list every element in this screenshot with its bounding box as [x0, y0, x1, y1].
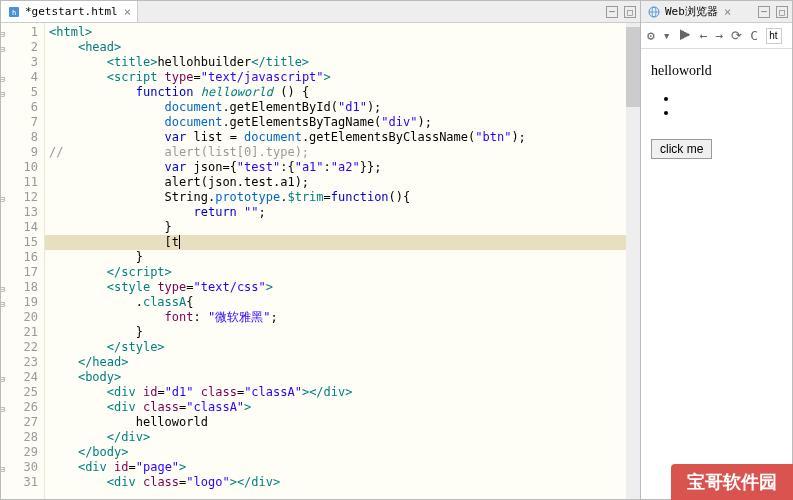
- code-line[interactable]: <div class="logo"></div>: [45, 475, 640, 490]
- editor-tab-bar: h *getstart.html × ─ □: [1, 1, 640, 23]
- code-line[interactable]: </script>: [45, 265, 640, 280]
- code-line[interactable]: return "";: [45, 205, 640, 220]
- forward-icon[interactable]: →: [715, 28, 723, 43]
- watermark: 宝哥软件园: [671, 464, 793, 500]
- line-number: 28: [1, 430, 38, 445]
- html-file-icon: h: [7, 5, 21, 19]
- code-line[interactable]: helloworld: [45, 415, 640, 430]
- code-line[interactable]: var json={"test":{"a1":"a2"}};: [45, 160, 640, 175]
- fold-icon[interactable]: ⊟: [1, 72, 5, 82]
- code-line[interactable]: </head>: [45, 355, 640, 370]
- minimize-icon[interactable]: ─: [606, 6, 618, 18]
- browser-minimize-icon[interactable]: ─: [758, 6, 770, 18]
- dropdown-icon[interactable]: ▾: [663, 28, 671, 43]
- browser-tab-bar: Web浏览器 × ─ □: [641, 1, 792, 23]
- line-number: 11: [1, 175, 38, 190]
- vertical-scrollbar[interactable]: [626, 23, 640, 499]
- refresh-icon[interactable]: ⟳: [731, 28, 742, 43]
- fold-icon[interactable]: ⊟: [1, 297, 5, 307]
- line-number: 21: [1, 325, 38, 340]
- line-number: 26⊟: [1, 400, 38, 415]
- code-line[interactable]: <title>hellohbuilder</title>: [45, 55, 640, 70]
- fold-icon[interactable]: ⊟: [1, 27, 5, 37]
- code-line[interactable]: <body>: [45, 370, 640, 385]
- code-line[interactable]: </body>: [45, 445, 640, 460]
- fold-icon[interactable]: ⊟: [1, 282, 5, 292]
- url-input[interactable]: [766, 28, 782, 44]
- tab-close-icon[interactable]: ×: [124, 5, 131, 19]
- editor-tab[interactable]: h *getstart.html ×: [1, 1, 138, 22]
- line-number: 24⊟: [1, 370, 38, 385]
- code-line[interactable]: var list = document.getElementsByClassNa…: [45, 130, 640, 145]
- code-area[interactable]: <html> <head> <title>hellohbuilder</titl…: [45, 23, 640, 499]
- code-line[interactable]: </div>: [45, 430, 640, 445]
- click-me-button[interactable]: click me: [651, 139, 712, 159]
- editor-body[interactable]: 1⊟2⊟34⊟5⊟6789101112⊟131415161718⊟19⊟2021…: [1, 23, 640, 499]
- tab-title: *getstart.html: [25, 5, 118, 18]
- line-number: 16: [1, 250, 38, 265]
- code-line[interactable]: <head>: [45, 40, 640, 55]
- line-number: 18⊟: [1, 280, 38, 295]
- browser-toolbar: ⚙ ▾ ⯈ ← → ⟳ C: [641, 23, 792, 49]
- fold-icon[interactable]: ⊟: [1, 462, 5, 472]
- line-number: 9: [1, 145, 38, 160]
- line-number: 23: [1, 355, 38, 370]
- code-line[interactable]: document.getElementsByTagName("div");: [45, 115, 640, 130]
- code-line[interactable]: // alert(list[0].type);: [45, 145, 640, 160]
- back-icon[interactable]: ←: [700, 28, 708, 43]
- line-number: 8: [1, 130, 38, 145]
- code-line[interactable]: <style type="text/css">: [45, 280, 640, 295]
- fold-icon[interactable]: ⊟: [1, 87, 5, 97]
- list-item: [679, 105, 782, 119]
- bullet-list: [679, 91, 782, 119]
- code-line[interactable]: </style>: [45, 340, 640, 355]
- browser-tab-title: Web浏览器: [665, 4, 718, 19]
- list-item: [679, 91, 782, 105]
- line-number: 14: [1, 220, 38, 235]
- line-number: 30⊟: [1, 460, 38, 475]
- browser-maximize-icon[interactable]: □: [776, 6, 788, 18]
- line-number: 19⊟: [1, 295, 38, 310]
- browser-tab-close-icon[interactable]: ×: [724, 5, 731, 19]
- code-line[interactable]: <div id="d1" class="classA"></div>: [45, 385, 640, 400]
- code-line[interactable]: <script type="text/javascript">: [45, 70, 640, 85]
- line-number: 12⊟: [1, 190, 38, 205]
- fold-icon[interactable]: ⊟: [1, 402, 5, 412]
- line-number: 10: [1, 160, 38, 175]
- line-number: 17: [1, 265, 38, 280]
- code-line[interactable]: <div class="classA">: [45, 400, 640, 415]
- code-line[interactable]: font: "微软雅黑";: [45, 310, 640, 325]
- line-number: 25: [1, 385, 38, 400]
- code-line[interactable]: String.prototype.$trim=function(){: [45, 190, 640, 205]
- editor-pane: h *getstart.html × ─ □ 1⊟2⊟34⊟5⊟67891011…: [0, 0, 641, 500]
- scrollbar-thumb[interactable]: [626, 27, 640, 107]
- line-number: 3: [1, 55, 38, 70]
- line-number: 5⊟: [1, 85, 38, 100]
- line-number: 27: [1, 415, 38, 430]
- browser-pane: Web浏览器 × ─ □ ⚙ ▾ ⯈ ← → ⟳ C helloworld cl…: [641, 0, 793, 500]
- code-line[interactable]: }: [45, 220, 640, 235]
- reload-icon[interactable]: C: [750, 28, 758, 43]
- browser-tab[interactable]: Web浏览器 ×: [641, 1, 737, 22]
- fold-icon[interactable]: ⊟: [1, 372, 5, 382]
- go-icon[interactable]: ⯈: [679, 28, 692, 43]
- code-line[interactable]: [t: [45, 235, 640, 250]
- code-line[interactable]: <div id="page">: [45, 460, 640, 475]
- line-number: 13: [1, 205, 38, 220]
- gear-icon[interactable]: ⚙: [647, 28, 655, 43]
- line-number: 22: [1, 340, 38, 355]
- code-line[interactable]: .classA{: [45, 295, 640, 310]
- code-line[interactable]: }: [45, 325, 640, 340]
- code-line[interactable]: <html>: [45, 25, 640, 40]
- line-number: 6: [1, 100, 38, 115]
- line-number: 20: [1, 310, 38, 325]
- code-line[interactable]: function helloworld () {: [45, 85, 640, 100]
- maximize-icon[interactable]: □: [624, 6, 636, 18]
- code-line[interactable]: alert(json.test.a1);: [45, 175, 640, 190]
- fold-icon[interactable]: ⊟: [1, 192, 5, 202]
- fold-icon[interactable]: ⊟: [1, 42, 5, 52]
- globe-icon: [647, 5, 661, 19]
- code-line[interactable]: document.getElementById("d1");: [45, 100, 640, 115]
- line-number: 29: [1, 445, 38, 460]
- code-line[interactable]: }: [45, 250, 640, 265]
